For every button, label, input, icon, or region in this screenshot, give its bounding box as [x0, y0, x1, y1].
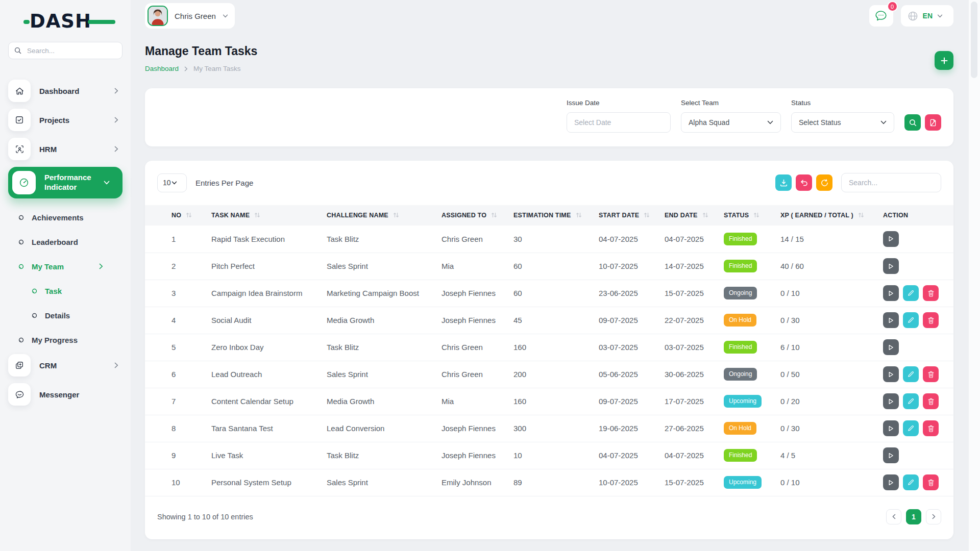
- sidebar-item-details[interactable]: Details: [8, 303, 122, 328]
- cell-end-date: 04-07-2025: [660, 442, 720, 469]
- column-header-start-date[interactable]: START DATE: [595, 205, 660, 226]
- sidebar-item-hrm[interactable]: HRM: [8, 138, 122, 160]
- performance-submenu: Achievements Leaderboard My Team Task: [8, 205, 122, 352]
- view-task-button[interactable]: [883, 231, 899, 247]
- view-task-button[interactable]: [883, 474, 899, 490]
- messages-button[interactable]: 0: [869, 5, 893, 27]
- sidebar-item-projects[interactable]: Projects: [8, 109, 122, 131]
- cell-actions: [879, 442, 953, 469]
- status-badge: Finished: [724, 341, 757, 354]
- language-selector[interactable]: EN: [901, 5, 953, 27]
- issue-date-label: Issue Date: [567, 99, 671, 107]
- delete-task-button[interactable]: [923, 366, 939, 382]
- view-task-button[interactable]: [883, 312, 899, 328]
- issue-date-input[interactable]: [567, 112, 671, 133]
- sort-icon: [491, 212, 497, 218]
- delete-task-button[interactable]: [923, 474, 939, 490]
- sidebar-item-task[interactable]: Task: [8, 279, 122, 303]
- edit-task-button[interactable]: [903, 366, 919, 382]
- export-download-button[interactable]: [775, 174, 792, 191]
- view-task-button[interactable]: [883, 366, 899, 382]
- column-header-end-date[interactable]: END DATE: [660, 205, 720, 226]
- entries-per-page-select[interactable]: 10: [157, 173, 187, 192]
- cell-no: 4: [145, 307, 207, 334]
- cell-start-date: 10-07-2025: [595, 469, 660, 496]
- column-header-estimation-time[interactable]: ESTIMATION TIME: [509, 205, 595, 226]
- view-task-button[interactable]: [883, 447, 899, 463]
- edit-task-button[interactable]: [903, 393, 919, 409]
- column-header-no[interactable]: NO: [145, 205, 207, 226]
- table-footer: Showing 1 to 10 of 10 entries 1: [145, 496, 953, 538]
- filter-clear-button[interactable]: [925, 114, 941, 131]
- breadcrumb-dashboard-link[interactable]: Dashboard: [145, 65, 179, 72]
- view-task-button[interactable]: [883, 285, 899, 301]
- cell-assigned-to: Joseph Fiennes: [437, 415, 509, 442]
- column-header-xp[interactable]: XP ( EARNED / TOTAL ): [776, 205, 879, 226]
- scrollbar[interactable]: [969, 0, 980, 551]
- add-task-button[interactable]: [935, 51, 953, 70]
- cell-task-name: Campaign Idea Brainstorm: [207, 280, 323, 307]
- column-header-task-name[interactable]: TASK NAME: [207, 205, 323, 226]
- delete-task-button[interactable]: [923, 285, 939, 301]
- edit-task-button[interactable]: [903, 474, 919, 490]
- delete-task-button[interactable]: [923, 312, 939, 328]
- chevron-down-icon: [880, 120, 887, 124]
- search-icon: [909, 119, 917, 127]
- refresh-button[interactable]: [816, 174, 832, 191]
- sidebar-item-dashboard[interactable]: Dashboard: [8, 80, 122, 102]
- column-header-assigned-to[interactable]: ASSIGNED TO: [437, 205, 509, 226]
- view-task-button[interactable]: [883, 393, 899, 409]
- table-search-input[interactable]: [841, 173, 941, 192]
- cell-no: 5: [145, 334, 207, 361]
- sidebar-item-label: My Progress: [32, 336, 78, 344]
- sidebar-item-my-team[interactable]: My Team: [8, 254, 122, 279]
- view-task-button[interactable]: [883, 420, 899, 436]
- pencil-icon: [908, 425, 914, 432]
- sidebar-item-performance-indicator[interactable]: Performance Indicator: [8, 167, 122, 198]
- sidebar-item-messenger[interactable]: Messenger: [8, 383, 122, 406]
- sidebar-item-leaderboard[interactable]: Leaderboard: [8, 230, 122, 254]
- scrollbar-thumb[interactable]: [971, 2, 977, 78]
- edit-task-button[interactable]: [903, 420, 919, 436]
- delete-task-button[interactable]: [923, 420, 939, 436]
- pagination-prev-button[interactable]: [886, 509, 901, 524]
- cell-status: Finished: [720, 253, 776, 280]
- cell-xp: 0 / 10: [776, 280, 879, 307]
- status-badge: On Hold: [724, 422, 756, 435]
- undo-button[interactable]: [796, 174, 812, 191]
- status-select[interactable]: Select Status: [791, 112, 894, 133]
- edit-task-button[interactable]: [903, 285, 919, 301]
- user-menu[interactable]: Chris Green: [145, 3, 235, 29]
- select-team-label: Select Team: [681, 99, 781, 107]
- chevron-down-icon: [767, 120, 773, 124]
- bullet-icon: [18, 264, 24, 269]
- cell-assigned-to: Chris Green: [437, 226, 509, 253]
- sidebar-item-crm[interactable]: CRM: [8, 354, 122, 377]
- sidebar-search-input[interactable]: [26, 46, 116, 55]
- status-badge: Upcoming: [724, 395, 762, 408]
- delete-task-button[interactable]: [923, 393, 939, 409]
- task-table-body: 1Rapid Task ExecutionTask BlitzChris Gre…: [145, 226, 953, 496]
- sort-icon: [858, 212, 864, 218]
- pagination-next-button[interactable]: [926, 509, 941, 524]
- pencil-icon: [908, 398, 914, 405]
- cell-task-name: Rapid Task Execution: [207, 226, 323, 253]
- view-task-button[interactable]: [883, 258, 899, 274]
- status-badge: On Hold: [724, 314, 756, 327]
- view-task-button[interactable]: [883, 339, 899, 355]
- pagination-page-1-button[interactable]: 1: [906, 509, 921, 524]
- team-select[interactable]: Alpha Squad: [681, 112, 781, 133]
- filter-search-button[interactable]: [904, 114, 921, 131]
- sidebar-item-my-progress[interactable]: My Progress: [8, 328, 122, 352]
- pagination: 1: [886, 509, 941, 524]
- language-label: EN: [923, 12, 933, 20]
- sidebar-item-achievements[interactable]: Achievements: [8, 205, 122, 230]
- app-layout: DASH Dashboard Projects HRM: [0, 0, 980, 551]
- play-icon: [888, 453, 894, 459]
- column-header-challenge-name[interactable]: CHALLENGE NAME: [323, 205, 437, 226]
- edit-task-button[interactable]: [903, 312, 919, 328]
- column-header-status[interactable]: STATUS: [720, 205, 776, 226]
- cell-xp: 40 / 60: [776, 253, 879, 280]
- cell-status: On Hold: [720, 415, 776, 442]
- undo-icon: [800, 180, 808, 186]
